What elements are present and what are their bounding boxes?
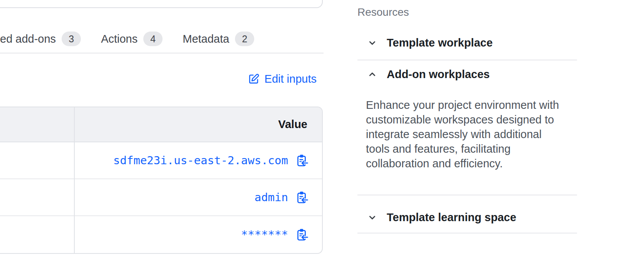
accordion-title: Add-on workplaces: [387, 68, 490, 81]
panel-divider: [357, 60, 577, 60]
accordion-template-workplace[interactable]: Template workplace: [357, 35, 577, 51]
table-header-row: Value: [0, 107, 322, 142]
tab-count-badge: 2: [235, 32, 254, 46]
password-masked-value[interactable]: *******: [241, 228, 288, 241]
table-row: admin: [0, 179, 322, 216]
add-on-workplaces-description: Enhance your project environment with cu…: [366, 98, 564, 171]
panel-divider: [357, 195, 577, 195]
table-row: *******: [0, 216, 322, 253]
tab-count-badge: 3: [62, 32, 81, 46]
copy-to-clipboard-icon[interactable]: [295, 228, 308, 241]
tab-installed-add-ons[interactable]: ed add-ons 3: [0, 32, 81, 46]
chevron-down-icon: [367, 38, 377, 48]
edit-inputs-label: Edit inputs: [265, 73, 317, 85]
copy-to-clipboard-icon[interactable]: [295, 191, 308, 204]
hostname-value[interactable]: sdfme23i.us-east-2.aws.com: [113, 154, 288, 167]
tab-metadata[interactable]: Metadata 2: [183, 32, 254, 46]
tab-label: Actions: [101, 33, 138, 45]
accordion-title: Template learning space: [387, 211, 516, 224]
tab-label: ed add-ons: [0, 33, 56, 45]
username-value[interactable]: admin: [255, 191, 288, 204]
edit-inputs-button[interactable]: Edit inputs: [248, 72, 317, 86]
tab-label: Metadata: [183, 33, 229, 45]
accordion-add-on-workplaces[interactable]: Add-on workplaces: [357, 66, 577, 82]
edit-pencil-icon: [248, 73, 260, 85]
inputs-table: Value sdfme23i.us-east-2.aws.com admin: [0, 107, 323, 254]
resources-panel-title: Resources: [357, 6, 409, 18]
chevron-up-icon: [367, 69, 377, 80]
column-divider: [74, 107, 75, 253]
table-row: sdfme23i.us-east-2.aws.com: [0, 142, 322, 179]
tab-actions[interactable]: Actions 4: [101, 32, 163, 46]
previous-card-edge: [0, 0, 323, 8]
accordion-template-learning-space[interactable]: Template learning space: [357, 209, 577, 225]
panel-divider: [357, 233, 577, 233]
accordion-title: Template workplace: [387, 37, 493, 49]
tabs-divider: [0, 53, 324, 53]
detail-tabs: ed add-ons 3 Actions 4 Metadata 2: [0, 31, 254, 47]
tab-count-badge: 4: [143, 32, 163, 46]
value-column-header: Value: [278, 118, 307, 131]
chevron-down-icon: [367, 212, 377, 223]
copy-to-clipboard-icon[interactable]: [295, 154, 308, 167]
